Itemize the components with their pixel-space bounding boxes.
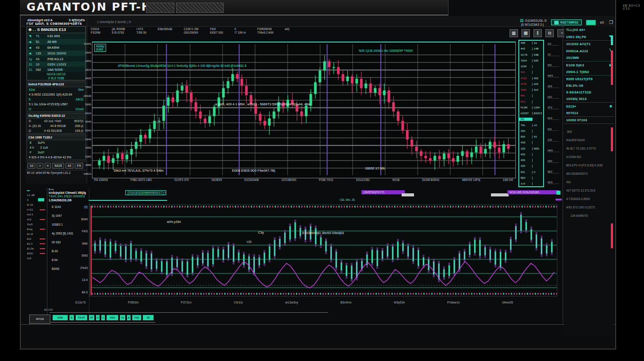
dom-row[interactable]: 4775423 [519,83,543,86]
menu-item[interactable]: ▤G11M31U3L.S [520,18,547,23]
scrollbar-mark-red-2[interactable] [611,127,613,151]
right-menu-item[interactable]: TLL|V3 d3+ [564,27,614,33]
dom-row[interactable]: 87C [519,100,543,104]
toolbar-item[interactable]: j3L R0998 6 f0.0793 [112,27,125,35]
right-dim-item[interactable]: 4b 8L7 73 J32L.0 5TT0 [564,144,614,153]
sidebar-tool-button[interactable]: 10 [27,163,35,169]
sidebar-tool-button[interactable]: = [37,163,43,169]
footer-tab[interactable]: A33 [107,315,118,320]
sidebar-tool-button[interactable]: 5325 [52,163,64,169]
right-menu-item[interactable]: 9399 U011T|3T0 [564,76,614,82]
footer-tab[interactable]: F33 [132,315,141,320]
mini-list-item[interactable]: Et3. [26,236,46,241]
toolbar-item[interactable]: E9br3l9v0b [158,27,172,31]
right-dim-item[interactable]: 43v [564,178,614,186]
footer-tab[interactable]: 1 [101,315,105,320]
dom-row[interactable]: 5E3 [519,177,543,180]
toolbar-item[interactable]: F39999939 T99v9.2 A99 [257,27,274,35]
chart-tool-icon[interactable]: ▩ [521,29,530,37]
menu-item[interactable]: |0 9CU23A3 2:| [520,23,547,27]
mini-list-item[interactable]: G/5 [26,256,46,261]
dom-row[interactable]: 84L [519,94,543,97]
dom-row[interactable]: 1234 [519,65,543,68]
toolbar-item[interactable]: C199 0 J99 G91/2909X [184,27,198,35]
footer-tab[interactable]: 8 [127,315,130,320]
mini-list-item[interactable]: 3vy5 [26,222,46,227]
dom-row[interactable]: 1+0 [519,182,543,185]
footer-button[interactable]: 357|33 [29,315,50,324]
right-dim-item[interactable]: 437 93773 13 373.3V3 [564,186,614,195]
right-menu-item[interactable]: 2013M6 [564,54,614,61]
dom-row[interactable]: 130 [519,165,543,168]
right-menu-item[interactable]: 10093 0T103 [564,117,614,124]
selection-chip-2[interactable]: W19 U95 3V3U1901B1 [507,190,559,194]
mini-list-item[interactable]: El 33 [26,202,46,207]
right-dim-item[interactable]: A5-0333003/3T3 [564,169,614,178]
selection-chip-1[interactable]: |39/5TB3|T0 F7| [361,190,405,194]
dom-row[interactable]: 7ALu3 [519,124,543,127]
right-menu-item[interactable]: 209/4-1 T|0N2 [564,69,614,76]
right-menu-item[interactable]: 90T013 [564,110,614,117]
watch-row[interactable]: ◥ 71 0.81 M91 [27,33,85,39]
candlestick-chart[interactable]: 409Ap 0v9t4 4P0t35bvmk L0xxun3g 30u5p9R3… [92,42,516,178]
footer-tab[interactable]: T3:3T [76,315,87,320]
right-menu-item[interactable]: 00901A.A213 ╲ [564,47,614,54]
right-menu-item[interactable]: 0313+ ■ [564,103,614,110]
right-dim-item[interactable]: 4-D93d-931 [564,153,614,161]
chart-tool-icon[interactable]: ▦ [510,29,518,37]
chart-tool-icon[interactable]: ⧉ [545,29,554,37]
dom-row[interactable]: 50043 [519,135,543,138]
mini-list-item[interactable]: B3/D [26,251,46,256]
dom-row[interactable]: 4723453 [519,77,543,80]
right-menu-item[interactable]: 9-93/3A11T31D [564,89,614,96]
right-menu-item[interactable]: E1D6 D|K3 ➤ [564,61,614,69]
footer-tab[interactable]: 33 [143,315,153,320]
footer-tab[interactable]: E5N [53,315,68,320]
mini-list-item[interactable]: ▬ [26,188,46,192]
toolbar-item[interactable]: F9/9 E93/7 930 [210,27,223,35]
footer-tab[interactable]: 4T [89,315,94,320]
indicator-chip[interactable]: [TU3,5/3J309M90500/17 ] [125,190,166,195]
footer-tab[interactable]: 13 [120,315,125,320]
window-icon[interactable]: ❐ [609,20,613,25]
mini-list-item[interactable]: Itr3 4 [26,212,46,217]
teal-square-marker[interactable] [556,191,560,195]
dom-row[interactable]: 73A46Z5 [519,59,543,62]
scrollbar-mark-red-3[interactable] [611,223,613,248]
color-swatch[interactable] [586,20,596,25]
dom-row[interactable]: 150 [519,130,543,133]
account-chip[interactable]: N3Z?30R32 [551,19,582,25]
dom-row[interactable]: 4381a [519,42,543,45]
titlebar-tab-1[interactable] [146,3,174,13]
right-dim-item[interactable]: 134 A09607D [564,211,614,220]
right-dim-item[interactable]: A3u39373u0m [564,136,614,144]
chip-caret-icon[interactable]: › [165,191,166,195]
dom-row[interactable]: 433 [519,153,543,156]
dom-row[interactable]: FL3ML004 [519,106,543,109]
toolbar-item[interactable]: C0319 F3!20M [91,27,100,35]
mini-list-item[interactable]: L3..dB [26,192,46,197]
toolbar-item[interactable]: 0 /7 199 m [234,27,245,35]
dom-row[interactable]: 1Z0MZ5 [519,147,543,150]
chart-tool-icon[interactable]: ⫼ [533,29,542,37]
toolbar-item[interactable]: w0| [285,27,289,31]
mini-list-item[interactable]: Evtg [26,227,46,231]
right-menu-item[interactable]: 201D03 A/V|T1 [564,41,614,47]
dom-row[interactable]: |G| [519,118,543,121]
mini-list-item[interactable]: Itv3 [26,217,46,222]
right-menu-item[interactable]: U901 00|.P6 ◥ [564,33,614,41]
right-dim-item[interactable]: 4-T333933-3 8933 [564,195,614,203]
toolbar-item[interactable]: I 4T3 T/59 39 [136,27,146,35]
dom-row[interactable]: 439 [519,159,543,162]
dom-row[interactable]: L0O37E00C3 [519,112,543,115]
right-menu-item[interactable]: E9L3% U6 [564,82,614,89]
titlebar-tab-2[interactable] [176,3,224,13]
dom-row[interactable]: 44314B [519,47,543,50]
mini-list-item[interactable]: It G3 [26,207,46,212]
dom-row[interactable]: 5310 [519,171,543,174]
right-menu-item[interactable]: 1093D| 3013 [564,96,614,103]
mini-list-item[interactable]: Et.I3e [26,246,46,251]
dom-row[interactable]: 14.7844B [519,54,543,57]
mini-list-item[interactable]: El.u5 [26,231,46,236]
sidebar-tool-button[interactable]: ≡ [45,163,51,169]
